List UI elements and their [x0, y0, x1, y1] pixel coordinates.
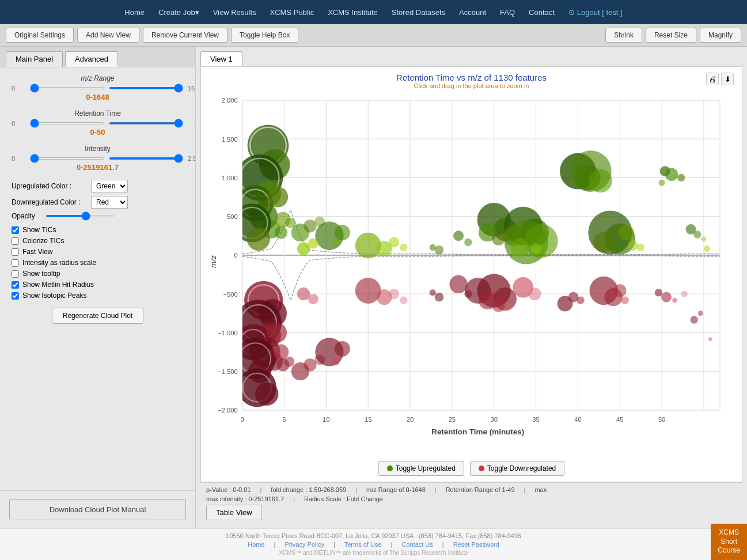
nav-faq[interactable]: FAQ — [500, 8, 515, 17]
x-axis-label: Retention Time (minutes) — [431, 427, 524, 436]
colorize-tics-checkbox[interactable] — [12, 237, 19, 245]
svg-point-73 — [389, 237, 399, 247]
checkbox-group: Show TICs Colorize TICs Fast View Intens… — [12, 226, 184, 300]
intensity-radius-checkbox[interactable] — [12, 259, 19, 267]
svg-text:45: 45 — [616, 416, 623, 423]
status-line1: p-Value : 0-0.01 | fold change : 1.50-26… — [206, 486, 737, 493]
intensity-min-slider[interactable] — [30, 157, 104, 160]
svg-point-89 — [531, 244, 541, 254]
footer-reset-password[interactable]: Reset Password — [453, 541, 499, 548]
magnify-button[interactable]: Magnify — [700, 28, 741, 43]
upregulated-color-select[interactable]: Green Red Blue — [91, 180, 128, 192]
toggle-upregulated-button[interactable]: Toggle Upregulated — [378, 461, 464, 476]
nav-view-results[interactable]: View Results — [213, 8, 256, 17]
isotopic-peaks-checkbox[interactable] — [12, 292, 19, 300]
retention-time-control: Retention Time 0 50 0-50 — [12, 109, 184, 137]
nav-contact[interactable]: Contact — [529, 8, 555, 17]
chart-subtitle: Click and drag in the plot area to zoom … — [207, 82, 736, 89]
panel-tabs: Main Panel Advanced — [0, 47, 195, 67]
upregulated-dot — [387, 466, 393, 471]
intensity-radius-label: Intensity as radius scale — [22, 259, 96, 267]
download-manual-button[interactable]: Download Cloud Plot Manual — [9, 499, 186, 520]
svg-point-124 — [284, 357, 294, 367]
downregulated-color-select[interactable]: Red Green Blue — [91, 196, 128, 209]
svg-point-161 — [681, 291, 688, 297]
checkbox-show-tooltip: Show tooltip — [12, 270, 184, 278]
footer-contact[interactable]: Contact Us — [401, 541, 433, 548]
svg-point-142 — [449, 275, 467, 293]
svg-text:40: 40 — [574, 416, 581, 423]
svg-point-159 — [661, 292, 672, 302]
chart-svg[interactable]: 2,000 1,500 1,000 500 0 −500 −1,000 −1,5… — [207, 92, 736, 457]
svg-text:0: 0 — [234, 252, 238, 259]
svg-point-70 — [308, 239, 318, 249]
mz-range-max-slider[interactable] — [109, 87, 183, 89]
shrink-button[interactable]: Shrink — [605, 28, 642, 43]
print-icon[interactable]: 🖨 — [706, 73, 719, 85]
svg-text:2,000: 2,000 — [222, 97, 238, 104]
intensity-max-slider[interactable] — [109, 157, 183, 160]
fast-view-checkbox[interactable] — [12, 248, 19, 256]
table-view-button[interactable]: Table View — [206, 505, 262, 520]
remove-current-view-button[interactable]: Remove Current View — [143, 28, 227, 43]
checkbox-intensity-radius: Intensity as radius scale — [12, 259, 184, 267]
toolbar: Original Settings Add New View Remove Cu… — [0, 24, 747, 47]
svg-text:10: 10 — [323, 416, 329, 423]
reset-size-button[interactable]: Reset Size — [646, 28, 696, 43]
show-tics-checkbox[interactable] — [12, 226, 19, 234]
svg-point-87 — [524, 224, 558, 258]
regenerate-button[interactable]: Regenerate Cloud Plot — [52, 308, 143, 324]
toggle-downregulated-button[interactable]: Toggle Downregulated — [470, 461, 564, 476]
tab-advanced[interactable]: Advanced — [65, 51, 118, 67]
nav-home[interactable]: Home — [124, 8, 145, 17]
mz-range-min-slider[interactable] — [30, 87, 104, 89]
svg-point-140 — [430, 289, 436, 296]
mz-range-value: 0-1648 — [12, 93, 184, 101]
rt-range-min-slider[interactable] — [30, 122, 104, 124]
metlin-radius-label: Show Metlin Hit Radius — [22, 281, 94, 289]
toggle-help-box-button[interactable]: Toggle Help Box — [231, 28, 298, 43]
svg-point-74 — [400, 244, 407, 251]
add-new-view-button[interactable]: Add New View — [77, 28, 139, 43]
rt-range-value: 0-50 — [12, 128, 184, 137]
retention-time-row: 0 50 — [12, 120, 184, 127]
xcms-badge-text: XCMSShortCourse — [718, 528, 740, 554]
main-layout: Main Panel Advanced m/z Range 0 1648 0-1… — [0, 47, 747, 528]
svg-text:50: 50 — [658, 416, 665, 423]
cloud-plot-svg: 2,000 1,500 1,000 500 0 −500 −1,000 −1,5… — [207, 92, 736, 457]
svg-point-93 — [589, 169, 612, 192]
footer-terms[interactable]: Terms of Use — [344, 541, 382, 548]
download-chart-icon[interactable]: ⬇ — [721, 73, 734, 85]
nav-xcms-public[interactable]: XCMS Public — [270, 8, 314, 17]
show-tics-label: Show TICs — [22, 226, 56, 234]
svg-point-105 — [693, 230, 701, 238]
svg-point-101 — [665, 168, 678, 181]
rt-range-max-slider[interactable] — [109, 122, 183, 124]
show-tooltip-checkbox[interactable] — [12, 270, 19, 278]
nav-account[interactable]: Account — [459, 8, 486, 17]
nav-create-job[interactable]: Create Job▾ — [158, 8, 199, 17]
view-tabs: View 1 — [200, 51, 742, 66]
svg-text:25: 25 — [449, 416, 456, 423]
xcms-badge[interactable]: XCMSShortCourse — [711, 524, 747, 559]
mz-range-label: m/z Range — [12, 74, 184, 82]
svg-point-164 — [708, 337, 712, 341]
y-axis-label: m/z — [209, 255, 218, 268]
svg-point-134 — [297, 287, 310, 300]
nav-stored-datasets[interactable]: Stored Datasets — [392, 8, 445, 17]
metlin-radius-checkbox[interactable] — [12, 281, 19, 289]
svg-point-163 — [698, 311, 703, 316]
svg-text:15: 15 — [365, 416, 371, 423]
nav-xcms-institute[interactable]: XCMS Institute — [328, 8, 378, 17]
svg-text:−2,000: −2,000 — [218, 407, 238, 414]
footer-privacy[interactable]: Privacy Policy — [285, 541, 324, 548]
toolbar-right: Shrink Reset Size Magnify — [605, 28, 741, 43]
nav-logout[interactable]: ⊙ Logout [ test ] — [568, 8, 623, 17]
opacity-slider[interactable] — [45, 215, 115, 217]
view-tab-1[interactable]: View 1 — [200, 51, 242, 66]
svg-point-135 — [308, 294, 318, 304]
original-settings-button[interactable]: Original Settings — [6, 28, 74, 43]
tab-main-panel[interactable]: Main Panel — [6, 51, 63, 67]
footer-home[interactable]: Home — [248, 541, 264, 548]
svg-point-158 — [655, 289, 662, 296]
